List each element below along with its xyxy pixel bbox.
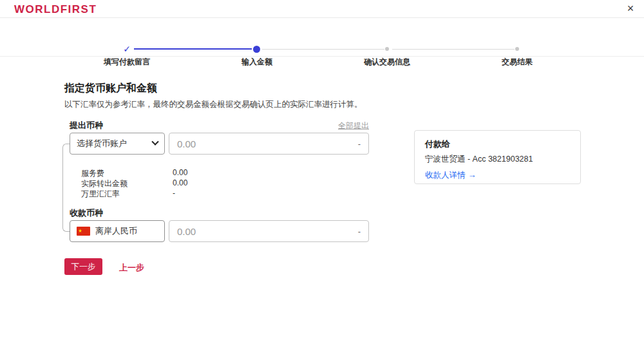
- arrow-right-icon: →: [468, 170, 477, 180]
- close-icon[interactable]: ×: [623, 1, 638, 15]
- exchange-rate-label: 万里汇汇率: [81, 189, 120, 198]
- payee-details-link[interactable]: 收款人详情→: [425, 170, 477, 181]
- payee-account-text: 宁波世贸通 - Acc 3821903281: [425, 154, 570, 165]
- previous-step-link[interactable]: 上一步: [119, 262, 144, 274]
- target-amount-box: -: [169, 220, 369, 242]
- payee-details-link-text: 收款人详情: [425, 171, 466, 180]
- exchange-rate-value: -: [173, 189, 175, 198]
- page-subtitle: 以下汇率仅为参考汇率，最终的交易金额会根据交易确认页上的实际汇率进行计算。: [64, 99, 363, 110]
- actual-transfer-value: 0.00: [173, 178, 187, 187]
- chevron-down-icon: [151, 138, 158, 146]
- step-pending-dot-icon: [515, 47, 519, 51]
- page-title: 指定货币账户和金额: [64, 82, 157, 95]
- withdraw-all-link[interactable]: 全部提出: [338, 120, 369, 131]
- target-currency-label: 收款币种: [70, 207, 103, 219]
- currency-connector-line: [62, 144, 70, 232]
- step-label-payment-message: 填写付款留言: [82, 57, 172, 68]
- target-amount-input[interactable]: [177, 226, 353, 237]
- stepper-line-pending-2: [392, 49, 515, 50]
- header: WORLDFIRST ×: [0, 0, 644, 18]
- actual-transfer-label: 实际转出金额: [81, 179, 128, 188]
- step-label-confirm-info: 确认交易信息: [342, 57, 432, 68]
- step-done-check-icon: ✓: [122, 44, 131, 53]
- step-label-enter-amount: 输入金额: [212, 57, 302, 68]
- payment-screen: WORLDFIRST × ✓ 填写付款留言 输入金额 确认交易信息 交易结果 指…: [0, 0, 644, 349]
- fee-value: 0.00: [173, 168, 187, 177]
- step-label-result: 交易结果: [472, 57, 562, 68]
- target-amount-suffix: -: [358, 227, 361, 236]
- actual-transfer-row: 实际转出金额 0.00: [81, 178, 287, 189]
- stepper-line-pending-1: [262, 49, 384, 50]
- exchange-rate-row: 万里汇汇率 -: [81, 189, 287, 200]
- fee-label: 服务费: [81, 169, 104, 178]
- step-active-dot-icon: [253, 46, 260, 53]
- step-pending-dot-icon: [385, 47, 389, 51]
- next-step-button[interactable]: 下一步: [64, 258, 102, 275]
- stepper-line-done: [134, 48, 252, 50]
- source-amount-suffix: -: [358, 139, 361, 149]
- worldfirst-logo: WORLDFIRST: [14, 3, 97, 16]
- fee-row: 服务费 0.00: [81, 168, 287, 179]
- source-currency-label: 提出币种: [70, 120, 103, 131]
- target-currency-name: 离岸人民币: [95, 225, 158, 237]
- source-amount-box: -: [169, 133, 369, 155]
- source-amount-input[interactable]: [177, 138, 353, 149]
- target-currency-select[interactable]: 离岸人民币: [70, 220, 165, 242]
- source-account-select[interactable]: 选择货币账户: [70, 133, 165, 155]
- china-flag-icon: [77, 227, 90, 236]
- source-account-placeholder: 选择货币账户: [77, 138, 153, 149]
- stepper: ✓ 填写付款留言 输入金额 确认交易信息 交易结果: [0, 19, 644, 57]
- payee-card: 付款给 宁波世贸通 - Acc 3821903281 收款人详情→: [414, 130, 581, 184]
- payee-card-title: 付款给: [425, 138, 570, 150]
